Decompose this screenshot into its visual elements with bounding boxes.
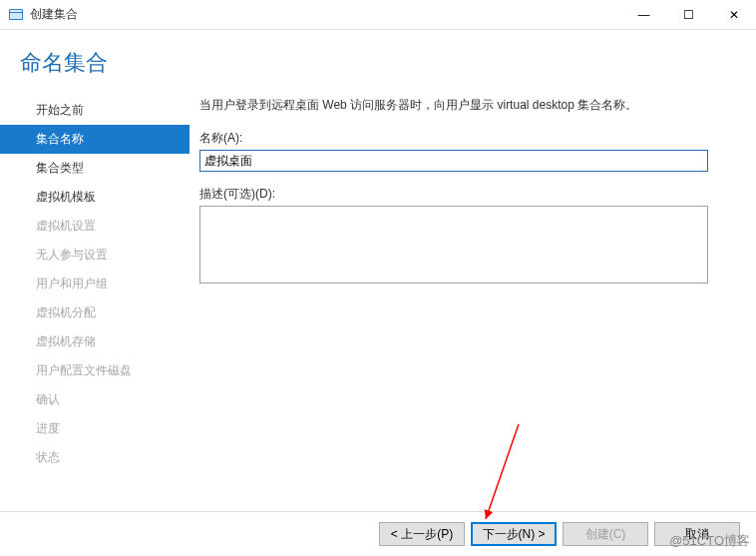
minimize-button[interactable]: —: [621, 0, 666, 30]
wizard-step-2[interactable]: 集合类型: [0, 154, 189, 183]
wizard-steps-sidebar: 开始之前集合名称集合类型虚拟机模板虚拟机设置无人参与设置用户和用户组虚拟机分配虚…: [0, 90, 189, 511]
maximize-button[interactable]: ☐: [666, 0, 711, 30]
close-button[interactable]: ✕: [711, 0, 756, 30]
name-label: 名称(A):: [199, 130, 728, 147]
description-textarea[interactable]: [199, 206, 708, 283]
collection-name-input[interactable]: [199, 150, 708, 172]
wizard-step-10: 确认: [0, 385, 189, 414]
description-label: 描述(可选)(D):: [199, 186, 728, 203]
wizard-step-1[interactable]: 集合名称: [0, 125, 189, 154]
form-area: 当用户登录到远程桌面 Web 访问服务器时，向用户显示 virtual desk…: [189, 90, 756, 511]
intro-text: 当用户登录到远程桌面 Web 访问服务器时，向用户显示 virtual desk…: [199, 96, 728, 114]
app-icon: [8, 7, 24, 23]
titlebar: 创建集合 — ☐ ✕: [0, 0, 756, 30]
wizard-step-7: 虚拟机分配: [0, 298, 189, 327]
page-header: 命名集合: [0, 30, 756, 90]
wizard-step-8: 虚拟机存储: [0, 327, 189, 356]
wizard-step-3[interactable]: 虚拟机模板: [0, 183, 189, 212]
wizard-step-0[interactable]: 开始之前: [0, 96, 189, 125]
create-button: 创建(C): [563, 522, 648, 546]
wizard-step-12: 状态: [0, 443, 189, 472]
window-controls: — ☐ ✕: [621, 0, 756, 30]
next-button[interactable]: 下一步(N) >: [471, 522, 557, 546]
wizard-step-9: 用户配置文件磁盘: [0, 356, 189, 385]
cancel-button[interactable]: 取消: [654, 522, 740, 546]
wizard-step-4: 虚拟机设置: [0, 212, 189, 241]
wizard-footer: < 上一步(P) 下一步(N) > 创建(C) 取消: [0, 511, 756, 556]
page-title: 命名集合: [20, 48, 736, 78]
previous-button[interactable]: < 上一步(P): [379, 522, 465, 546]
svg-rect-2: [10, 13, 22, 19]
svg-rect-1: [10, 10, 22, 12]
window-title: 创建集合: [30, 6, 621, 23]
wizard-step-6: 用户和用户组: [0, 270, 189, 298]
wizard-step-5: 无人参与设置: [0, 241, 189, 270]
wizard-step-11: 进度: [0, 414, 189, 443]
